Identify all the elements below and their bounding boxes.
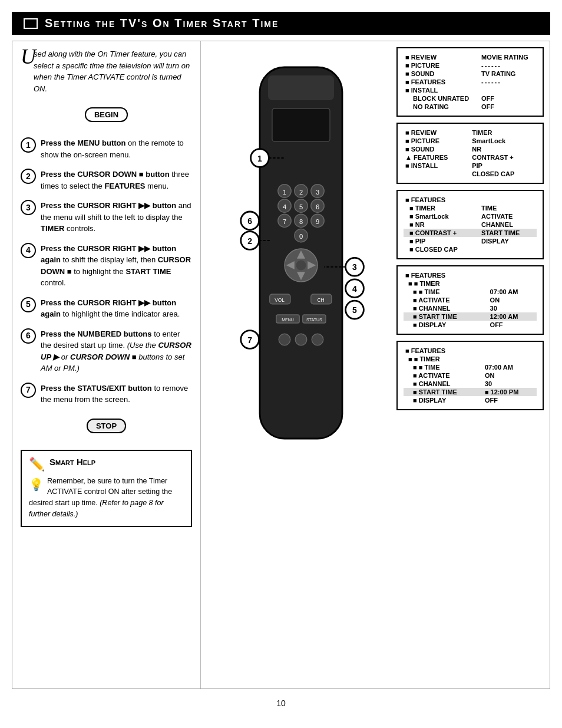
menu-value: TIME bbox=[480, 204, 537, 212]
menu-value: 30 bbox=[488, 304, 537, 312]
menu-screen-2: ■ REVIEWTIMER ■ PICTURESmartLock ■ SOUND… bbox=[396, 123, 544, 184]
smart-help-box: ✏️ Smart Help 💡 Remember, be sure to tur… bbox=[21, 450, 192, 527]
menu-value: OFF bbox=[480, 94, 537, 103]
step-2: 2 Press the CURSOR DOWN ■ button three t… bbox=[21, 169, 192, 192]
menu-table-5: ■ FEATURES ■ ■ TIMER ■ ■ TIME07:00 AM ■ … bbox=[404, 347, 537, 404]
svg-text:MENU: MENU bbox=[282, 318, 294, 322]
svg-text:1: 1 bbox=[257, 154, 262, 163]
menu-item: ■ ■ TIME bbox=[404, 288, 488, 296]
menu-value: 30 bbox=[483, 380, 537, 388]
page-number-text: 10 bbox=[276, 699, 286, 708]
menu-table-3: ■ FEATURES ■ TIMERTIME ■ SmartLockACTIVA… bbox=[404, 196, 537, 253]
svg-text:7: 7 bbox=[247, 335, 252, 345]
svg-point-39 bbox=[312, 334, 323, 345]
menu-item: ■ ACTIVATE bbox=[404, 296, 488, 304]
menu-item: ■ ACTIVATE bbox=[404, 371, 483, 380]
svg-text:5: 5 bbox=[352, 305, 357, 315]
step-content-5: Press the CURSOR RIGHT ▶▶ button again t… bbox=[41, 297, 192, 320]
svg-text:6: 6 bbox=[247, 216, 252, 226]
menu-value: CLOSED CAP bbox=[470, 170, 537, 178]
pencil-icon: ✏️ bbox=[29, 457, 45, 472]
step-content-6: Press the NUMBERED buttons to enter the … bbox=[41, 328, 192, 374]
menu-item: ■ FEATURES bbox=[404, 347, 537, 355]
menu-screen-4: ■ FEATURES ■ ■ TIMER ■ ■ TIME07:00 AM ■ … bbox=[396, 265, 544, 335]
menu-value: 12:00 AM bbox=[488, 312, 537, 321]
menu-value: CONTRAST + bbox=[470, 153, 537, 162]
step-content-3: Press the CURSOR RIGHT ▶▶ button and the… bbox=[41, 200, 192, 235]
page-wrapper: Setting the TV's On Timer Start Time sed… bbox=[0, 0, 562, 728]
menu-table-1: ■ REVIEWMOVIE RATING ■ PICTURE------ ■ S… bbox=[404, 53, 537, 111]
menu-item: ■ START TIME bbox=[404, 312, 488, 321]
menu-item: ■ FEATURES bbox=[404, 196, 537, 204]
menu-item: ■ SOUND bbox=[404, 70, 480, 78]
svg-text:9: 9 bbox=[316, 218, 319, 225]
menu-item: ■ PIP bbox=[404, 237, 480, 245]
right-panel: ■ REVIEWMOVIE RATING ■ PICTURE------ ■ S… bbox=[201, 41, 550, 689]
step-num-6: 6 bbox=[21, 328, 36, 344]
svg-text:STATUS: STATUS bbox=[306, 318, 322, 322]
svg-text:4: 4 bbox=[352, 284, 357, 294]
menu-value: SmartLock bbox=[470, 137, 537, 145]
step-7: 7 Press the STATUS/EXIT button to remove… bbox=[21, 383, 192, 406]
step-num-1: 1 bbox=[21, 137, 36, 153]
menu-value: OFF bbox=[480, 103, 537, 111]
step-num-5: 5 bbox=[21, 297, 36, 312]
menu-screens-area: ■ REVIEWMOVIE RATING ■ PICTURE------ ■ S… bbox=[396, 47, 544, 410]
menu-value: TV RATING bbox=[480, 70, 537, 78]
menu-screen-3: ■ FEATURES ■ TIMERTIME ■ SmartLockACTIVA… bbox=[396, 190, 544, 259]
menu-item: ■ REVIEW bbox=[404, 129, 470, 137]
menu-item: ■ DISPLAY bbox=[404, 321, 488, 329]
menu-value: ------ bbox=[480, 78, 537, 86]
menu-item: ■ CHANNEL bbox=[404, 380, 483, 388]
remote-svg: 1 2 3 4 5 6 7 8 bbox=[219, 59, 384, 472]
page-title: Setting the TV's On Timer Start Time bbox=[45, 17, 279, 30]
menu-item: ■ FEATURES bbox=[404, 78, 480, 86]
menu-item: ■ TIMER bbox=[404, 204, 480, 212]
svg-point-28 bbox=[296, 261, 306, 271]
svg-text:7: 7 bbox=[283, 218, 286, 225]
svg-rect-2 bbox=[272, 108, 330, 141]
menu-item: ■ INSTALL bbox=[404, 162, 470, 170]
stop-badge: STOP bbox=[87, 419, 126, 433]
step-num-2: 2 bbox=[21, 169, 36, 184]
left-panel: sed along with the On Timer feature, you… bbox=[12, 41, 201, 689]
svg-text:5: 5 bbox=[299, 203, 303, 210]
svg-text:3: 3 bbox=[316, 189, 319, 196]
title-icon bbox=[24, 18, 38, 29]
svg-text:8: 8 bbox=[299, 218, 303, 225]
menu-item: ■ ■ TIMER bbox=[404, 279, 537, 288]
menu-value: DISPLAY bbox=[480, 237, 537, 245]
menu-item: ■ CHANNEL bbox=[404, 304, 488, 312]
menu-screen-5: ■ FEATURES ■ ■ TIMER ■ ■ TIME07:00 AM ■ … bbox=[396, 341, 544, 410]
menu-item: ■ CLOSED CAP bbox=[404, 245, 480, 253]
step-content-1: Press the MENU button on the remote to s… bbox=[41, 137, 192, 160]
menu-item: ■ INSTALL bbox=[404, 86, 480, 94]
menu-value: 07:00 AM bbox=[488, 288, 537, 296]
svg-text:0: 0 bbox=[299, 233, 303, 240]
menu-item: ■ SOUND bbox=[404, 145, 470, 153]
menu-value: OFF bbox=[488, 321, 537, 329]
menu-item: ■ FEATURES bbox=[404, 271, 537, 279]
begin-badge: BEGIN bbox=[85, 107, 128, 122]
svg-text:1: 1 bbox=[283, 189, 286, 196]
menu-item: ■ START TIME bbox=[404, 388, 483, 396]
menu-item: ■ DISPLAY bbox=[404, 396, 483, 404]
svg-text:6: 6 bbox=[316, 203, 319, 210]
menu-screen-1: ■ REVIEWMOVIE RATING ■ PICTURE------ ■ S… bbox=[396, 47, 544, 117]
step-content-7: Press the STATUS/EXIT button to remove t… bbox=[41, 383, 192, 406]
page-number: 10 bbox=[12, 699, 550, 708]
step-content-4: Press the CURSOR RIGHT ▶▶ button again t… bbox=[41, 243, 192, 289]
remote-control-area: 1 2 3 4 5 6 7 8 bbox=[219, 59, 384, 472]
step-num-4: 4 bbox=[21, 243, 36, 258]
step-6: 6 Press the NUMBERED buttons to enter th… bbox=[21, 328, 192, 374]
menu-value: ON bbox=[488, 296, 537, 304]
menu-value: ■ 12:00 PM bbox=[483, 388, 537, 396]
menu-value: NR bbox=[470, 145, 537, 153]
menu-value: ------ bbox=[480, 61, 537, 70]
step-3: 3 Press the CURSOR RIGHT ▶▶ button and t… bbox=[21, 200, 192, 235]
svg-text:4: 4 bbox=[283, 203, 286, 210]
menu-value: ON bbox=[483, 371, 537, 380]
svg-point-38 bbox=[295, 334, 307, 345]
menu-item bbox=[404, 170, 470, 178]
menu-item: BLOCK UNRATED bbox=[404, 94, 480, 103]
